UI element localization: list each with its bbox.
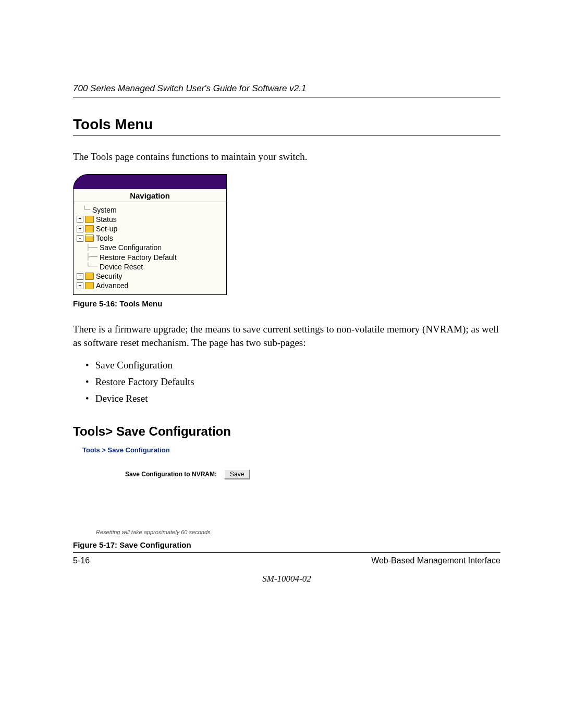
nav-tree: └─ System + Status + Set-up - Tools — [74, 202, 226, 295]
subpage-list: Save Configuration Restore Factory Defau… — [85, 357, 500, 408]
tree-label: Tools — [96, 233, 113, 243]
figure-caption-1: Figure 5-16: Tools Menu — [73, 299, 500, 308]
breadcrumb: Tools > Save Configuration — [82, 446, 448, 454]
tree-label: Advanced — [96, 281, 128, 290]
tree-label: Save Configuration — [100, 243, 162, 252]
list-item: Device Reset — [85, 390, 500, 407]
list-item: Restore Factory Defaults — [85, 374, 500, 390]
expand-icon[interactable]: + — [77, 282, 83, 289]
tree-item-device-reset[interactable]: └── Device Reset — [77, 262, 223, 272]
heading-tools-menu: Tools Menu — [73, 116, 500, 135]
tree-branch-icon: ├── — [77, 244, 97, 252]
tree-item-advanced[interactable]: + Advanced — [77, 281, 223, 290]
collapse-icon[interactable]: - — [77, 235, 83, 242]
expand-icon[interactable]: + — [77, 226, 83, 232]
expand-icon[interactable]: + — [77, 273, 83, 280]
folder-icon — [85, 273, 94, 280]
intro-paragraph: The Tools page contains functions to mai… — [73, 150, 500, 164]
tree-branch-icon: ├── — [77, 253, 97, 262]
tree-item-security[interactable]: + Security — [77, 272, 223, 281]
folder-icon — [85, 282, 94, 289]
folder-icon — [85, 225, 94, 232]
tree-item-save-config[interactable]: ├── Save Configuration — [77, 243, 223, 252]
page-footer: 5-16 Web-Based Management Interface — [73, 552, 500, 565]
tree-branch-icon: └─ — [77, 206, 90, 214]
nav-panel-title: Navigation — [74, 189, 226, 202]
figure-tools-menu: Navigation └─ System + Status + Set-up — [73, 174, 227, 295]
folder-icon — [85, 216, 94, 223]
expand-icon[interactable]: + — [77, 216, 83, 223]
tree-branch-icon: └── — [77, 263, 97, 271]
page-number: 5-16 — [73, 556, 90, 565]
tree-item-restore-default[interactable]: ├── Restore Factory Default — [77, 253, 223, 262]
tree-label: Device Reset — [100, 262, 143, 272]
folder-open-icon — [85, 235, 94, 242]
tree-label: Security — [96, 272, 123, 281]
nav-panel-header-bar — [73, 174, 227, 189]
tree-label: Set-up — [96, 224, 117, 233]
save-nvram-label: Save Configuration to NVRAM: — [125, 471, 217, 478]
reset-note: Resetting will take approximately 60 sec… — [96, 529, 448, 535]
heading-save-config: Tools> Save Configuration — [73, 424, 500, 439]
tree-item-system[interactable]: └─ System — [77, 205, 223, 215]
list-item: Save Configuration — [85, 357, 500, 374]
tree-label: Restore Factory Default — [100, 253, 177, 262]
running-header: 700 Series Managed Switch User's Guide f… — [73, 83, 500, 97]
document-id: SM-10004-02 — [73, 574, 500, 584]
body-paragraph: There is a firmware upgrade; the means t… — [73, 323, 500, 349]
figure-caption-2: Figure 5-17: Save Configuration — [73, 540, 500, 549]
tree-item-tools[interactable]: - Tools — [77, 233, 223, 243]
tree-label: Status — [96, 215, 117, 224]
tree-item-status[interactable]: + Status — [77, 215, 223, 224]
save-button[interactable]: Save — [224, 470, 250, 479]
tree-label: System — [92, 205, 117, 215]
footer-section-title: Web-Based Management Interface — [371, 556, 500, 565]
figure-save-config: Tools > Save Configuration Save Configur… — [73, 446, 448, 535]
tree-item-setup[interactable]: + Set-up — [77, 224, 223, 233]
